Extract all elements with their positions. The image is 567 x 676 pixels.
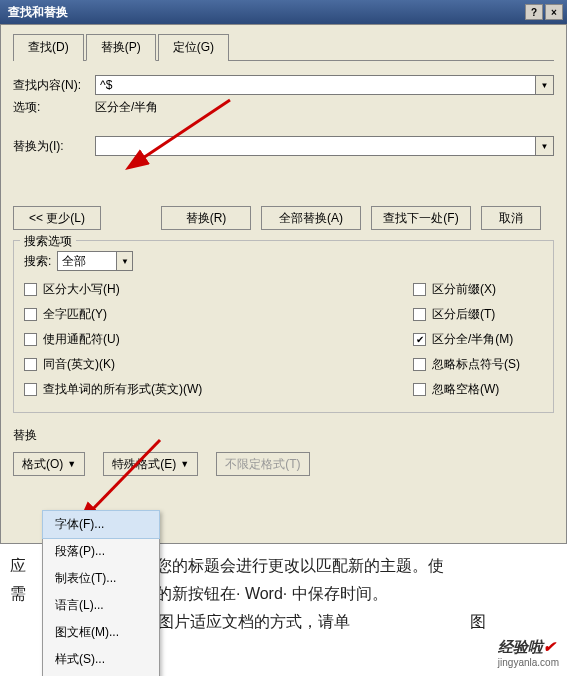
check-fullwidth[interactable]: ✔区分全/半角(M) <box>413 331 543 348</box>
checkbox-icon: ✔ <box>413 333 426 346</box>
find-content-row: 查找内容(N): ^$ ▼ <box>13 75 554 95</box>
checkbox-grid: 区分大小写(H) 全字匹配(Y) 使用通配符(U) 同音(英文)(K) 查找单词… <box>24 281 543 406</box>
check-ignore-punct[interactable]: 忽略标点符号(S) <box>413 356 543 373</box>
checkbox-icon <box>24 333 37 346</box>
replace-button[interactable]: 替换(R) <box>161 206 251 230</box>
options-row: 选项: 区分全/半角 <box>13 99 554 116</box>
tab-replace[interactable]: 替换(P) <box>86 34 156 61</box>
chevron-down-icon: ▼ <box>67 459 76 469</box>
menu-item-language[interactable]: 语言(L)... <box>43 592 159 619</box>
menu-item-paragraph[interactable]: 段落(P)... <box>43 538 159 565</box>
check-whole-word[interactable]: 全字匹配(Y) <box>24 306 413 323</box>
dialog-title: 查找和替换 <box>4 4 523 21</box>
tab-find[interactable]: 查找(D) <box>13 34 84 61</box>
menu-item-tabs[interactable]: 制表位(T)... <box>43 565 159 592</box>
check-wildcards[interactable]: 使用通配符(U) <box>24 331 413 348</box>
chevron-down-icon: ▼ <box>541 142 549 151</box>
replace-format-section: 替换 格式(O)▼ 特殊格式(E)▼ 不限定格式(T) <box>13 427 554 476</box>
button-row: << 更少(L) 替换(R) 全部替换(A) 查找下一处(F) 取消 <box>13 206 554 230</box>
search-direction-label: 搜索: <box>24 253 51 270</box>
replace-with-row: 替换为(I): ▼ <box>13 136 554 156</box>
chevron-down-icon: ▼ <box>180 459 189 469</box>
less-button[interactable]: << 更少(L) <box>13 206 101 230</box>
no-format-button[interactable]: 不限定格式(T) <box>216 452 309 476</box>
search-direction-row: 搜索: 全部 ▼ <box>24 251 543 271</box>
menu-item-frame[interactable]: 图文框(M)... <box>43 619 159 646</box>
chevron-down-icon: ▼ <box>541 81 549 90</box>
close-button[interactable]: × <box>545 4 563 20</box>
check-word-forms[interactable]: 查找单词的所有形式(英文)(W) <box>24 381 413 398</box>
find-content-label: 查找内容(N): <box>13 77 95 94</box>
replace-with-label: 替换为(I): <box>13 138 95 155</box>
search-direction-select[interactable]: 全部 <box>57 251 117 271</box>
menu-item-style[interactable]: 样式(S)... <box>43 646 159 673</box>
format-dropdown-menu: 字体(F)... 段落(P)... 制表位(T)... 语言(L)... 图文框… <box>42 510 160 676</box>
search-options-fieldset: 搜索选项 搜索: 全部 ▼ 区分大小写(H) 全字匹配(Y) 使用通配符(U) … <box>13 240 554 413</box>
options-value: 区分全/半角 <box>95 99 158 116</box>
cancel-button[interactable]: 取消 <box>481 206 541 230</box>
checkbox-icon <box>24 358 37 371</box>
menu-item-font[interactable]: 字体(F)... <box>42 510 160 539</box>
tab-goto[interactable]: 定位(G) <box>158 34 229 61</box>
checkbox-icon <box>413 358 426 371</box>
titlebar: 查找和替换 ? × <box>0 0 567 24</box>
checkbox-icon <box>413 383 426 396</box>
watermark: 经验啦✔ jingyanla.com <box>498 638 559 668</box>
replace-format-legend: 替换 <box>13 427 554 444</box>
replace-all-button[interactable]: 全部替换(A) <box>261 206 361 230</box>
check-ignore-space[interactable]: 忽略空格(W) <box>413 381 543 398</box>
checkbox-col-left: 区分大小写(H) 全字匹配(Y) 使用通配符(U) 同音(英文)(K) 查找单词… <box>24 281 413 406</box>
check-prefix[interactable]: 区分前缀(X) <box>413 281 543 298</box>
options-label: 选项: <box>13 99 95 116</box>
format-button[interactable]: 格式(O)▼ <box>13 452 85 476</box>
search-options-legend: 搜索选项 <box>20 233 76 250</box>
dialog-body: 查找(D) 替换(P) 定位(G) 查找内容(N): ^$ ▼ 选项: 区分全/… <box>0 24 567 544</box>
replace-with-dropdown[interactable]: ▼ <box>536 136 554 156</box>
check-match-case[interactable]: 区分大小写(H) <box>24 281 413 298</box>
checkbox-icon <box>24 283 37 296</box>
help-button[interactable]: ? <box>525 4 543 20</box>
check-suffix[interactable]: 区分后缀(T) <box>413 306 543 323</box>
special-format-button[interactable]: 特殊格式(E)▼ <box>103 452 198 476</box>
check-icon: ✔ <box>543 638 556 655</box>
replace-with-input[interactable] <box>95 136 536 156</box>
chevron-down-icon: ▼ <box>121 257 129 266</box>
checkbox-icon <box>413 283 426 296</box>
find-content-input[interactable]: ^$ <box>95 75 536 95</box>
check-sounds-like[interactable]: 同音(英文)(K) <box>24 356 413 373</box>
tabs: 查找(D) 替换(P) 定位(G) <box>13 33 554 61</box>
search-direction-dropdown[interactable]: ▼ <box>117 251 133 271</box>
checkbox-icon <box>24 383 37 396</box>
find-content-dropdown[interactable]: ▼ <box>536 75 554 95</box>
format-button-row: 格式(O)▼ 特殊格式(E)▼ 不限定格式(T) <box>13 452 554 476</box>
find-next-button[interactable]: 查找下一处(F) <box>371 206 471 230</box>
checkbox-icon <box>24 308 37 321</box>
checkbox-col-right: 区分前缀(X) 区分后缀(T) ✔区分全/半角(M) 忽略标点符号(S) 忽略空… <box>413 281 543 406</box>
checkbox-icon <box>413 308 426 321</box>
